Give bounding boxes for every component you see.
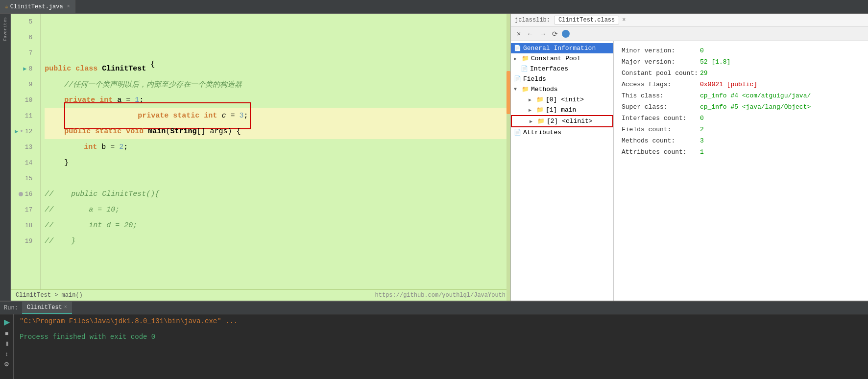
tree-label-fields: Fields — [523, 75, 546, 83]
info-label-attrs-count: Attributes count: — [622, 148, 700, 156]
code-line-17: // a = 10; — [45, 202, 510, 217]
tree-item-fields[interactable]: 📄 Fields — [511, 74, 613, 84]
run-scroll-btn[interactable]: ↕ — [4, 350, 9, 358]
jclass-back-btn[interactable]: ← — [525, 29, 535, 39]
code-editor-panel: 5 6 7 ▶8 9 10 11 ▶ ●12 13 14 15 — [11, 14, 510, 301]
jclass-tab-label[interactable]: ClinitTest.class — [554, 16, 619, 24]
info-value-minor: 0 — [700, 47, 704, 54]
code-line-11: private static int c = 3; — [45, 108, 510, 123]
run-output-line1: "C:\Program Files\Java\jdk1.8.0_131\bin\… — [20, 317, 862, 325]
info-value-attrs-count: 1 — [700, 148, 704, 156]
run-tab-clinittest[interactable]: ClinitTest × — [22, 302, 72, 314]
info-label-ifaces-count: Interfaces count: — [622, 115, 700, 122]
tree-item-clinit[interactable]: ▶ 📁 [2] <clinit> — [511, 115, 613, 127]
tree-label-clinit: [2] <clinit> — [547, 118, 593, 125]
info-row-major: Major version: 52 [1.8] — [622, 58, 860, 66]
scroll-indicator[interactable] — [506, 14, 510, 301]
run-output-area: "C:\Program Files\Java\jdk1.8.0_131\bin\… — [14, 314, 868, 379]
jclass-tab-close[interactable]: × — [622, 17, 626, 24]
jclass-forward-btn[interactable]: → — [537, 29, 548, 39]
editor-tab-bar: ☕ ClinitTest.java × — [0, 0, 868, 14]
code-status-bar: ClinitTest > main() https://github.com/y… — [11, 289, 510, 301]
attributes-icon: 📄 — [514, 129, 521, 136]
tree-item-general[interactable]: 📄 General Information — [511, 43, 613, 53]
info-value-ifaces-count: 0 — [700, 115, 704, 122]
jclass-refresh-btn[interactable]: ⟳ — [550, 29, 560, 39]
info-label-access: Access flags: — [622, 81, 700, 88]
info-row-attrs-count: Attributes count: 1 — [622, 148, 860, 156]
tree-item-methods[interactable]: ▼ 📁 Methods — [511, 84, 613, 95]
tree-label-attributes: Attributes — [523, 129, 561, 136]
info-value-fields-count: 2 — [700, 126, 704, 133]
fields-icon: 📄 — [514, 75, 521, 83]
tree-item-constant-pool[interactable]: ▶ 📁 Constant Pool — [511, 53, 613, 64]
line-num-11: 11 — [15, 108, 36, 123]
code-line-15 — [45, 170, 510, 186]
run-tab-label: ClinitTest — [27, 304, 62, 311]
code-line-8: public class ClinitTest { — [45, 61, 510, 76]
line-num-7: 7 — [15, 45, 36, 61]
methods-icon: 📁 — [522, 86, 529, 93]
tree-item-interfaces[interactable]: 📄 Interfaces — [511, 64, 613, 74]
tree-label-methods: Methods — [531, 86, 558, 93]
tree-item-init[interactable]: ▶ 📁 [0] <init> — [511, 95, 613, 105]
breakpoint-12[interactable]: ● — [20, 129, 23, 134]
run-arrow-12[interactable]: ▶ — [15, 128, 18, 135]
info-label-methods-count: Methods count: — [622, 137, 700, 144]
run-settings-btn[interactable]: ⚙ — [3, 360, 10, 369]
tree-item-attributes[interactable]: 📄 Attributes — [511, 127, 613, 138]
favorites-label[interactable]: Favorites — [3, 16, 8, 43]
line-num-6: 6 — [15, 29, 36, 45]
run-pause-btn[interactable]: ⏸ — [3, 339, 11, 348]
info-value-this-class: cp_info #4 <com/atguigu/java/ — [700, 92, 811, 99]
left-sidebar: Favorites — [0, 14, 11, 301]
info-row-cp-count: Constant pool count: 29 — [622, 70, 860, 77]
code-line-5 — [45, 14, 510, 29]
run-arrow-8[interactable]: ▶ — [23, 65, 26, 72]
run-play-btn[interactable]: ▶ — [3, 316, 11, 328]
tree-panel: 📄 General Information ▶ 📁 Constant Pool … — [511, 41, 614, 301]
run-tab-close[interactable]: × — [64, 305, 67, 310]
tree-label-main: [1] main — [546, 106, 576, 114]
jclass-toolbar: × ← → ⟳ — [511, 26, 868, 41]
tree-label-constant-pool: Constant Pool — [531, 55, 580, 62]
clinit-icon: 📁 — [537, 118, 545, 125]
run-panel: Run: ClinitTest × ▶ ■ ⏸ ↕ ⚙ "C:\Program … — [0, 301, 868, 379]
jclass-close-btn[interactable]: × — [515, 29, 523, 39]
jclass-circle-btn[interactable] — [562, 30, 570, 38]
methods-arrow: ▼ — [514, 87, 520, 92]
line-num-5: 5 — [15, 14, 36, 29]
line-num-13: 13 — [15, 139, 36, 155]
scroll-thumb[interactable] — [506, 71, 510, 114]
clinit-arrow: ▶ — [530, 118, 535, 124]
code-line-7 — [45, 45, 510, 61]
info-panel: Minor version: 0 Major version: 52 [1.8]… — [614, 41, 868, 301]
info-row-super-class: Super class: cp_info #5 <java/lang/Objec… — [622, 103, 860, 111]
line-num-8: ▶8 — [15, 61, 36, 76]
line-num-18: 18 — [15, 217, 36, 233]
editor-tab-label: ClinitTest.java — [10, 3, 63, 10]
info-row-fields-count: Fields count: 2 — [622, 126, 860, 133]
code-line-6 — [45, 29, 510, 45]
circle-16 — [19, 192, 23, 196]
jclass-tab-bar: jclasslib: ClinitTest.class × — [511, 14, 868, 26]
code-text-area[interactable]: public class ClinitTest { //任何一个类声明以后，内部… — [41, 14, 510, 289]
info-value-major: 52 [1.8] — [700, 58, 730, 66]
run-stop-btn[interactable]: ■ — [4, 329, 9, 338]
jclass-body: 📄 General Information ▶ 📁 Constant Pool … — [511, 41, 868, 301]
code-line-9: //任何一个类声明以后，内部至少存在一个类的构造器 — [45, 76, 510, 92]
info-value-methods-count: 3 — [700, 137, 704, 144]
code-lines-container: 5 6 7 ▶8 9 10 11 ▶ ●12 13 14 15 — [11, 14, 510, 289]
code-line-13: int b = 2; — [45, 139, 510, 155]
tree-item-main[interactable]: ▶ 📁 [1] main — [511, 105, 613, 115]
info-value-access: 0x0021 [public] — [700, 81, 757, 88]
run-body: ▶ ■ ⏸ ↕ ⚙ "C:\Program Files\Java\jdk1.8.… — [0, 314, 868, 379]
line-num-14: 14 — [15, 155, 36, 170]
info-label-super-class: Super class: — [622, 103, 700, 111]
info-row-minor: Minor version: 0 — [622, 47, 860, 54]
line-num-16: 16 — [15, 186, 36, 202]
init-arrow: ▶ — [529, 97, 534, 103]
line-num-10: 10 — [15, 92, 36, 108]
editor-tab-clinittest[interactable]: ☕ ClinitTest.java × — [0, 0, 75, 13]
editor-tab-close[interactable]: × — [67, 4, 70, 9]
